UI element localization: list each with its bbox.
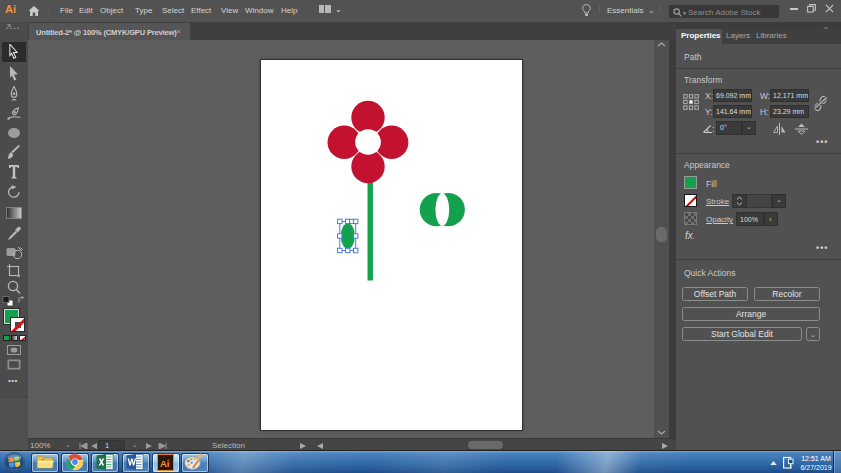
svg-text:Ai: Ai [160, 457, 170, 468]
